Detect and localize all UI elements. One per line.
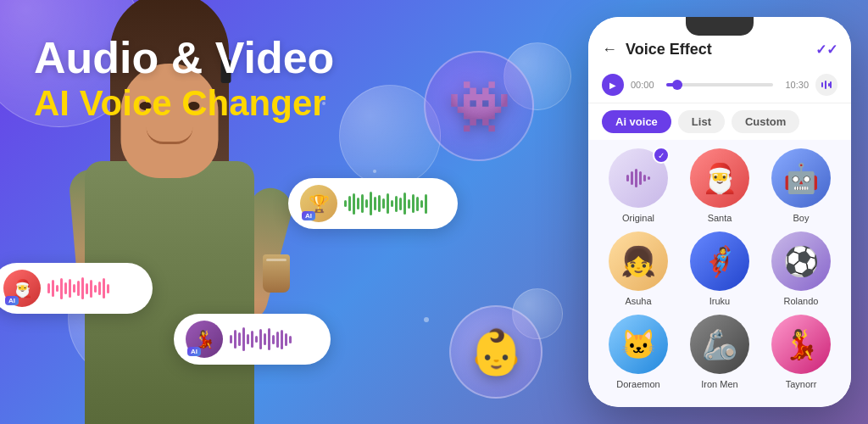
bar xyxy=(247,334,249,344)
voice-avatar-rolando: ⚽ xyxy=(771,232,831,291)
back-button[interactable]: ← xyxy=(602,41,617,59)
voice-item-ironmen[interactable]: 🦾 Iron Men xyxy=(683,315,756,389)
svg-rect-2 xyxy=(828,83,830,86)
singer-emoji: 💃 xyxy=(783,327,819,361)
tab-bar: Ai voice List Custom xyxy=(588,103,851,140)
voice-item-iruku[interactable]: 🦸 Iruku xyxy=(683,232,756,306)
cup-highlight xyxy=(266,259,287,261)
ai-badge-3: AI xyxy=(187,347,201,356)
voice-item-original[interactable]: ✓ Original xyxy=(602,148,675,223)
voice-name-original: Original xyxy=(622,213,654,223)
waveform-bars-3 xyxy=(230,326,292,352)
voice-avatar-original: ✓ xyxy=(609,148,668,208)
bar xyxy=(86,283,88,294)
bar xyxy=(420,200,423,208)
waveform-avatar-wrapper-3: 💃 AI xyxy=(186,321,223,358)
dot-4 xyxy=(373,170,376,173)
bar xyxy=(412,194,415,213)
voice-item-rolando[interactable]: ⚽ Rolando xyxy=(765,232,837,306)
bar xyxy=(56,285,58,292)
progress-dot xyxy=(672,80,682,90)
waveform-card-3: 💃 AI xyxy=(174,314,331,365)
bar xyxy=(264,333,266,345)
phone-screen: ← Voice Effect ✓✓ ▶ 00:00 10:30 xyxy=(588,17,851,407)
bar xyxy=(268,328,270,350)
bar xyxy=(77,281,80,296)
original-waveform-icon xyxy=(623,163,654,193)
title-line1: Audio & Video xyxy=(34,34,334,82)
waveform-card-1: 🏆 AI xyxy=(288,178,458,229)
voice-item-taynorr[interactable]: 💃 Taynorr xyxy=(765,315,837,389)
bar xyxy=(73,284,75,293)
voice-item-asuha[interactable]: 👧 Asuha xyxy=(602,232,675,306)
tab-list[interactable]: List xyxy=(678,110,725,133)
tab-ai-voice[interactable]: Ai voice xyxy=(602,110,671,133)
voice-item-doraemon[interactable]: 🐱 Doraemon xyxy=(602,315,675,389)
bar xyxy=(395,196,398,212)
progress-track[interactable] xyxy=(666,83,773,86)
bar xyxy=(370,192,372,215)
bar xyxy=(374,197,376,210)
bar xyxy=(387,193,389,214)
svg-rect-4 xyxy=(626,175,629,181)
tab-list-label: List xyxy=(692,115,711,128)
bar xyxy=(416,197,419,211)
ai-badge-1: AI xyxy=(302,211,315,220)
time-start: 00:00 xyxy=(631,80,659,90)
bar xyxy=(98,282,101,295)
waveform-bars-1 xyxy=(344,191,427,216)
double-check-icon: ✓✓ xyxy=(815,42,837,58)
baby-bubble: 👶 xyxy=(449,305,542,399)
voice-avatar-asuha: 👧 xyxy=(609,232,668,291)
bar xyxy=(403,192,406,215)
bar xyxy=(399,198,402,210)
svg-rect-5 xyxy=(631,171,633,185)
bar xyxy=(60,278,63,299)
svg-rect-0 xyxy=(821,82,823,87)
bar xyxy=(276,332,279,348)
ai-badge-2: AI xyxy=(5,296,19,305)
anime-girl-emoji: 👧 xyxy=(620,244,656,278)
play-button[interactable]: ▶ xyxy=(602,74,624,96)
title-area: Audio & Video AI Voice Changer xyxy=(34,34,334,126)
bar xyxy=(52,280,54,297)
voice-name-boy: Boy xyxy=(793,213,810,223)
equalizer-icon xyxy=(821,79,832,91)
bar xyxy=(69,279,71,298)
bar xyxy=(382,198,385,209)
voice-name-doraemon: Doraemon xyxy=(616,379,659,389)
voice-avatar-ironmen: 🦾 xyxy=(690,315,749,374)
bar xyxy=(289,336,292,343)
tab-custom[interactable]: Custom xyxy=(732,110,799,133)
play-icon: ▶ xyxy=(609,81,616,90)
audio-bar: ▶ 00:00 10:30 xyxy=(588,67,851,103)
bar xyxy=(425,194,427,214)
screen-title: Voice Effect xyxy=(626,41,815,59)
voice-avatar-doraemon: 🐱 xyxy=(609,315,668,374)
tab-custom-label: Custom xyxy=(745,115,786,128)
bar xyxy=(81,277,84,299)
bar xyxy=(251,331,253,348)
voice-name-taynorr: Taynorr xyxy=(786,379,817,389)
bar xyxy=(391,200,393,207)
svg-rect-8 xyxy=(643,175,646,181)
voice-avatar-iruku: 🦸 xyxy=(690,232,749,291)
svg-rect-3 xyxy=(830,81,832,88)
voice-item-boy[interactable]: 🤖 Boy xyxy=(765,148,837,223)
bar xyxy=(234,330,236,349)
phone-mockup: ← Voice Effect ✓✓ ▶ 00:00 10:30 xyxy=(588,17,851,407)
doraemon-emoji: 🐱 xyxy=(620,327,656,361)
voice-item-santa[interactable]: 🎅 Santa xyxy=(683,148,756,223)
equalizer-button[interactable] xyxy=(815,74,837,96)
bar xyxy=(353,193,355,215)
tab-ai-voice-label: Ai voice xyxy=(615,115,658,128)
bar xyxy=(408,199,410,209)
soccer-emoji: ⚽ xyxy=(783,244,819,278)
waveform-avatar-wrapper-2: 🎅 AI xyxy=(3,270,41,307)
voice-name-ironmen: Iron Men xyxy=(701,379,737,389)
bar xyxy=(378,195,381,212)
svg-rect-7 xyxy=(639,171,642,185)
person-smile xyxy=(147,127,193,144)
voice-avatar-boy: 🤖 xyxy=(771,148,831,208)
svg-rect-1 xyxy=(825,81,826,89)
